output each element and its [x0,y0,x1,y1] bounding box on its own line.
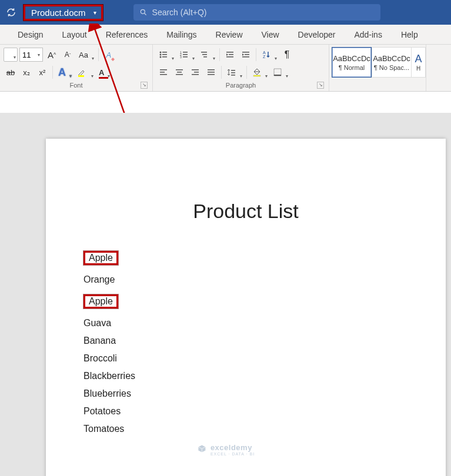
list-item[interactable]: Apple [83,289,408,314]
svg-rect-18 [229,54,233,55]
align-center-button[interactable] [172,65,186,80]
text-effects-button[interactable]: A [56,65,73,80]
list-item[interactable]: Tomatoes [83,420,408,438]
svg-rect-28 [176,69,183,71]
list-item[interactable]: Blackberries [83,367,408,385]
list-item[interactable]: Orange [83,271,408,289]
highlighted-item: Apple [83,294,118,309]
svg-rect-9 [183,52,188,53]
svg-rect-16 [203,56,207,58]
tab-view[interactable]: View [252,25,289,45]
list-item[interactable]: Broccoli [83,350,408,367]
increase-indent-button[interactable] [239,47,253,62]
highlight-icon [77,67,88,78]
subscript-button[interactable]: x₂ [19,65,34,80]
svg-rect-40 [253,75,260,76]
svg-text:A: A [263,51,266,55]
font-color-button[interactable]: A [96,65,111,80]
highlighted-item: Apple [83,251,118,265]
borders-button[interactable] [270,65,289,80]
document-area: Product List AppleOrangeAppleGuavaBanana… [0,113,451,476]
numbering-button[interactable]: 123 [177,47,196,62]
list-item[interactable]: Guava [83,314,408,332]
sort-button[interactable]: AZ [259,47,278,62]
font-group-label: Font ↘ [4,80,149,91]
document-title[interactable]: Product.docm ▾ [24,5,103,21]
svg-rect-14 [201,52,207,53]
svg-rect-13 [183,56,188,58]
align-left-button[interactable] [156,65,171,80]
svg-rect-5 [162,54,167,55]
chevron-down-icon: ▾ [93,9,96,16]
svg-rect-3 [162,52,167,53]
decrease-indent-button[interactable] [223,47,237,62]
font-family-dropdown[interactable] [4,48,18,62]
product-list: AppleOrangeAppleGuavaBananaBroccoliBlack… [83,245,408,438]
tab-layout[interactable]: Layout [53,25,96,45]
svg-rect-21 [245,54,249,55]
clear-format-button[interactable]: A [102,47,116,62]
tab-add-ins[interactable]: Add-ins [345,25,391,45]
title-bar: Product.docm ▾ Search (Alt+Q) [0,0,451,25]
strikethrough-button[interactable]: ab [4,65,18,80]
paragraph-dialog-launcher[interactable]: ↘ [317,82,324,89]
svg-rect-34 [208,69,215,71]
svg-rect-26 [160,72,165,73]
change-case-button[interactable]: Aa [76,47,95,62]
svg-rect-22 [242,56,249,58]
style-no-spacing[interactable]: AaBbCcDc ¶ No Spac... [372,47,412,78]
multilevel-button[interactable] [198,47,216,62]
page-title: Product List [83,200,408,223]
shading-button[interactable] [250,65,269,80]
watermark-logo-icon [196,444,207,455]
line-spacing-button[interactable] [225,65,243,80]
align-right-button[interactable] [188,65,202,80]
superscript-button[interactable]: x² [35,65,49,80]
list-item[interactable]: Potatoes [83,403,408,420]
font-size-input[interactable]: 11▾ [19,48,43,62]
search-input[interactable]: Search (Alt+Q) [133,4,380,21]
filename-label: Product.docm [31,8,86,18]
list-item[interactable]: Banana [83,332,408,350]
bullets-button[interactable] [156,47,175,62]
svg-rect-19 [226,56,233,58]
tab-design[interactable]: Design [8,25,53,45]
style-normal[interactable]: AaBbCcDc ¶ Normal [332,47,372,78]
ribbon-tabs: Design Layout References Mailings Review… [0,25,451,45]
svg-rect-25 [160,69,167,71]
justify-button[interactable] [204,65,218,80]
ribbon-body: 11▾ A^ Aˇ Aa A ab x₂ x² A [0,45,451,92]
tab-references[interactable]: References [96,25,158,45]
search-icon [139,8,148,16]
svg-rect-29 [177,72,182,73]
tab-review[interactable]: Review [206,25,252,45]
style-heading1[interactable]: A H [412,47,426,78]
tab-developer[interactable]: Developer [289,25,345,45]
svg-rect-7 [162,56,167,58]
svg-rect-31 [192,69,199,71]
shrink-font-button[interactable]: Aˇ [61,47,75,62]
autosave-icon[interactable] [6,7,16,18]
font-group: 11▾ A^ Aˇ Aa A ab x₂ x² A [0,45,153,91]
svg-rect-36 [208,74,215,75]
svg-point-6 [160,56,162,58]
paragraph-group-label: Paragraph ↘ [156,80,325,91]
grow-font-button[interactable]: A^ [45,47,59,62]
styles-group: AaBbCcDc ¶ Normal AaBbCcDc ¶ No Spac... … [329,45,426,91]
svg-text:3: 3 [180,55,182,59]
tab-mailings[interactable]: Mailings [157,25,206,45]
document-page[interactable]: Product List AppleOrangeAppleGuavaBanana… [46,139,446,476]
svg-point-0 [141,9,145,14]
svg-rect-38 [231,72,235,73]
font-dialog-launcher[interactable]: ↘ [141,82,148,89]
svg-rect-30 [176,74,183,75]
list-item[interactable]: Apple [83,245,408,271]
search-placeholder: Search (Alt+Q) [152,8,207,17]
svg-rect-17 [226,52,233,53]
svg-rect-33 [192,74,199,75]
svg-rect-35 [208,72,215,73]
tab-help[interactable]: Help [392,25,427,45]
show-hide-button[interactable]: ¶ [280,47,294,62]
list-item[interactable]: Blueberries [83,385,408,403]
highlight-button[interactable] [75,65,95,80]
